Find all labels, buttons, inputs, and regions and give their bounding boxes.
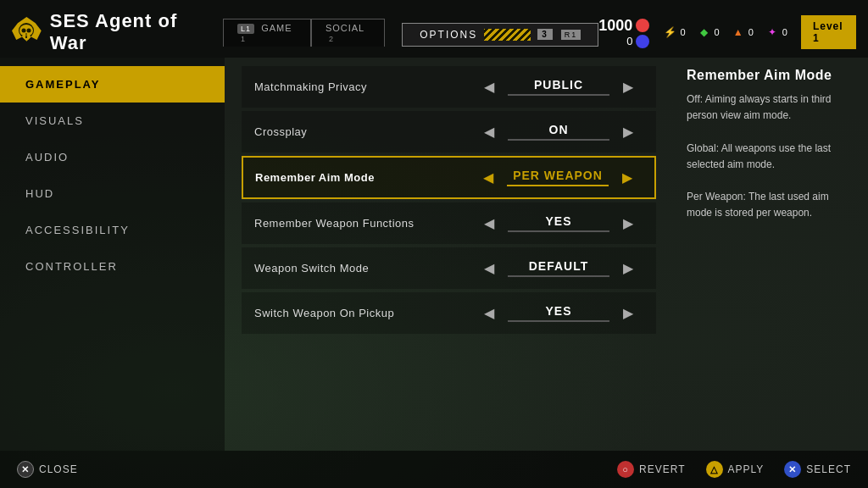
stripe-decoration (484, 29, 531, 41)
setting-matchmaking-privacy: Matchmaking Privacy ◀ PUBLIC ▶ (242, 66, 656, 108)
sidebar-item-accessibility[interactable]: ACCESSIBILITY (0, 212, 225, 248)
weapon-pickup-prev-btn[interactable]: ◀ (479, 303, 499, 323)
title-section: SES Agent of War (12, 10, 214, 54)
aim-mode-underline (507, 185, 609, 186)
crossplay-prev-btn[interactable]: ◀ (479, 122, 499, 141)
setting-switch-weapon-pickup: Switch Weapon On Pickup ◀ YES ▶ (242, 292, 656, 334)
weapon-switch-prev-btn[interactable]: ◀ (479, 258, 499, 278)
crossplay-underline (508, 139, 609, 141)
weapon-functions-next-btn[interactable]: ▶ (618, 214, 638, 233)
currency-s-row: 0 (626, 35, 649, 48)
top-bar: SES Agent of War L1 GAME 1 SOCIAL 2 OPTI… (0, 0, 868, 58)
sidebar-item-controller[interactable]: CONTROLLER (0, 248, 225, 285)
level-badge: Level 1 (801, 15, 856, 49)
weapon-switch-underline (508, 275, 609, 277)
svg-point-4 (22, 29, 26, 33)
svg-point-5 (27, 29, 31, 33)
setting-weapon-functions-control: ◀ YES ▶ (474, 214, 643, 233)
apply-button-icon: △ (706, 461, 723, 478)
stats-row: ⚡ 0 ◆ 0 ▲ 0 ✦ 0 (663, 25, 787, 39)
currency-r-row: 1000 (598, 17, 649, 35)
setting-weapon-switch-mode: Weapon Switch Mode ◀ DEFAULT ▶ (242, 247, 656, 289)
setting-crossplay-control: ◀ ON ▶ (474, 122, 643, 141)
sidebar-item-audio[interactable]: AUDIO (0, 139, 225, 175)
matchmaking-prev-btn[interactable]: ◀ (479, 77, 499, 97)
bottom-bar: ✕ CLOSE ○ REVERT △ APPLY ✕ SELECT (0, 451, 868, 488)
setting-remember-weapon-functions: Remember Weapon Functions ◀ YES ▶ (242, 202, 656, 244)
tab-game[interactable]: L1 GAME 1 (223, 19, 311, 47)
r1-badge: R1 (561, 30, 581, 40)
setting-matchmaking-control: ◀ PUBLIC ▶ (474, 77, 643, 97)
top-right: 1000 0 ⚡ 0 ◆ 0 ▲ 0 (598, 15, 856, 49)
info-panel: Remember Aim Mode Off: Aiming always sta… (673, 58, 868, 451)
revert-action[interactable]: ○ REVERT (617, 461, 685, 478)
svg-rect-2 (22, 36, 25, 40)
game-title: SES Agent of War (50, 10, 214, 54)
setting-crossplay: Crossplay ◀ ON ▶ (242, 111, 656, 152)
setting-aim-mode-control: ◀ PER WEAPON ▶ (473, 168, 643, 187)
info-text: Off: Aiming always starts in third perso… (687, 92, 854, 222)
svg-rect-3 (27, 36, 31, 40)
matchmaking-next-btn[interactable]: ▶ (618, 77, 638, 97)
star-icon: ✦ (765, 25, 779, 39)
triangle-icon: ▲ (732, 25, 745, 39)
r-icon (636, 19, 649, 32)
weapon-pickup-value-wrap: YES (508, 304, 609, 322)
lightning-icon: ⚡ (663, 25, 676, 39)
aim-mode-next-btn[interactable]: ▶ (617, 168, 637, 187)
sidebar: GAMEPLAY VISUALS AUDIO HUD ACCESSIBILITY… (0, 58, 225, 451)
stat-lightning: ⚡ 0 (663, 25, 685, 39)
weapon-functions-underline (508, 230, 609, 232)
tab-options[interactable]: OPTIONS 3 R1 (402, 23, 598, 47)
revert-button-icon: ○ (617, 461, 634, 478)
select-action[interactable]: ✕ SELECT (784, 461, 851, 478)
aim-mode-value-wrap: PER WEAPON (507, 169, 609, 186)
setting-weapon-pickup-control: ◀ YES ▶ (474, 303, 643, 323)
weapon-pickup-next-btn[interactable]: ▶ (618, 303, 638, 323)
aim-mode-prev-btn[interactable]: ◀ (478, 168, 498, 187)
weapon-switch-value-wrap: DEFAULT (508, 259, 609, 277)
stat-star: ✦ 0 (765, 25, 787, 39)
main-content: GAMEPLAY VISUALS AUDIO HUD ACCESSIBILITY… (0, 58, 868, 451)
sidebar-item-gameplay[interactable]: GAMEPLAY (0, 66, 225, 103)
crossplay-next-btn[interactable]: ▶ (618, 122, 638, 141)
select-button-icon: ✕ (784, 461, 801, 478)
bottom-right-actions: ○ REVERT △ APPLY ✕ SELECT (617, 461, 851, 478)
weapon-functions-value-wrap: YES (508, 214, 609, 232)
weapon-functions-prev-btn[interactable]: ◀ (479, 214, 499, 233)
skull-icon (12, 17, 42, 47)
setting-remember-aim-mode: Remember Aim Mode ◀ PER WEAPON ▶ (242, 156, 656, 199)
stat-triangle: ▲ 0 (732, 25, 754, 39)
matchmaking-value-wrap: PUBLIC (508, 78, 609, 96)
info-title: Remember Aim Mode (687, 68, 854, 83)
sidebar-item-visuals[interactable]: VISUALS (0, 103, 225, 139)
weapon-pickup-underline (508, 320, 609, 322)
apply-action[interactable]: △ APPLY (706, 461, 765, 478)
stat-diamond: ◆ 0 (698, 25, 720, 39)
settings-panel: Matchmaking Privacy ◀ PUBLIC ▶ Crossplay… (225, 58, 673, 451)
s-icon (636, 35, 649, 48)
close-button-icon: ✕ (17, 461, 34, 478)
matchmaking-underline (508, 94, 609, 96)
weapon-switch-next-btn[interactable]: ▶ (618, 258, 638, 278)
sidebar-item-hud[interactable]: HUD (0, 175, 225, 212)
tab-social[interactable]: SOCIAL 2 (311, 19, 385, 47)
crossplay-value-wrap: ON (508, 123, 609, 141)
diamond-icon: ◆ (698, 25, 711, 39)
currency-block: 1000 0 (598, 17, 649, 48)
close-action[interactable]: ✕ CLOSE (17, 461, 78, 478)
nav-tabs: L1 GAME 1 SOCIAL 2 OPTIONS 3 R1 (223, 19, 598, 47)
setting-weapon-switch-control: ◀ DEFAULT ▶ (474, 258, 643, 278)
